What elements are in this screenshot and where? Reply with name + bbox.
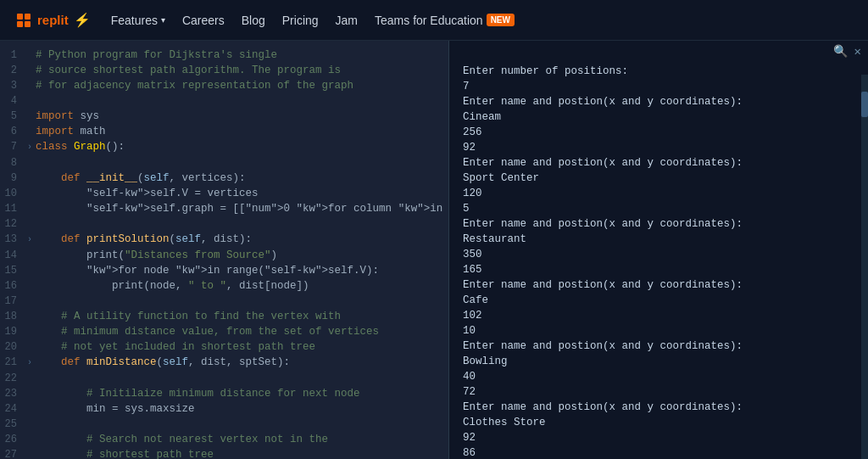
line-number: 25	[0, 417, 24, 432]
features-nav-item[interactable]: Features ▾	[111, 14, 165, 27]
line-code: def printSolution(self, dist):	[36, 232, 252, 247]
careers-link[interactable]: Careers	[182, 14, 225, 27]
line-code: def __init__(self, vertices):	[36, 171, 246, 186]
teams-label: Teams for Education	[375, 14, 483, 27]
line-number: 15	[0, 263, 24, 278]
blog-link[interactable]: Blog	[242, 14, 265, 27]
line-number: 23	[0, 386, 24, 401]
code-line: 13› def printSolution(self, dist):	[0, 232, 448, 248]
features-label: Features	[111, 14, 158, 27]
line-number: 9	[0, 171, 24, 186]
line-code: # not yet included in shortest path tree	[36, 339, 315, 355]
chevron-down-icon: ▾	[161, 15, 165, 25]
svg-rect-0	[17, 14, 23, 20]
code-line: 24 min = sys.maxsize	[0, 401, 448, 417]
line-number: 26	[0, 432, 24, 447]
navbar: replit ⚡ Features ▾ Careers Blog Pricing	[0, 0, 868, 41]
scrollbar[interactable]	[861, 75, 868, 459]
careers-nav-item[interactable]: Careers	[182, 14, 225, 27]
line-code: # minimum distance value, from the set o…	[36, 324, 379, 339]
line-code: min = sys.maxsize	[36, 401, 195, 417]
line-code: def minDistance(self, dist, sptSet):	[36, 355, 290, 370]
line-code: "kw">for node "kw">in range("self-kw">se…	[36, 263, 379, 278]
blog-label: Blog	[242, 14, 265, 27]
line-number: 12	[0, 216, 24, 232]
blog-nav-item[interactable]: Blog	[242, 14, 265, 27]
line-code: print("Distances from Source")	[36, 248, 277, 263]
line-number: 6	[0, 124, 24, 139]
pricing-nav-item[interactable]: Pricing	[282, 14, 319, 27]
line-number: 14	[0, 248, 24, 263]
logo[interactable]: replit ⚡	[14, 10, 91, 31]
line-code: print(node, " to ", dist[node])	[36, 278, 309, 294]
line-code: "self-kw">self.V = vertices	[36, 186, 259, 201]
line-code: # Python program for Dijkstra's single	[36, 48, 277, 63]
line-number: 17	[0, 294, 24, 309]
code-line: 27 # shortest path tree	[0, 447, 448, 459]
line-number: 18	[0, 309, 24, 324]
fold-indicator[interactable]: ›	[24, 355, 36, 371]
teams-nav-item[interactable]: Teams for Education NEW	[375, 14, 515, 27]
line-code: # shortest path tree	[36, 447, 214, 459]
code-line: 23 # Initilaize minimum distance for nex…	[0, 386, 448, 401]
new-badge: NEW	[487, 14, 515, 26]
close-icon[interactable]: ✕	[854, 44, 861, 59]
svg-rect-1	[25, 14, 31, 20]
logo-spark: ⚡	[74, 12, 91, 28]
line-code: # A utility function to find the vertex …	[36, 309, 341, 324]
fold-indicator[interactable]: ›	[24, 140, 36, 155]
code-line: 4	[0, 93, 448, 109]
code-line: 20 # not yet included in shortest path t…	[0, 339, 448, 355]
svg-rect-2	[17, 21, 23, 27]
line-number: 21	[0, 355, 24, 370]
line-code: import math	[36, 124, 106, 139]
line-code: "self-kw">self.graph = [["num">0 "kw">fo…	[36, 201, 448, 216]
code-line: 5import sys	[0, 109, 448, 124]
line-number: 22	[0, 371, 24, 386]
code-line: 9 def __init__(self, vertices):	[0, 171, 448, 186]
search-icon[interactable]: 🔍	[833, 44, 848, 59]
fold-indicator[interactable]: ›	[24, 232, 36, 248]
code-line: 22	[0, 371, 448, 386]
line-number: 1	[0, 48, 24, 63]
features-link[interactable]: Features ▾	[111, 14, 165, 27]
code-line: 25	[0, 417, 448, 432]
scroll-thumb[interactable]	[861, 92, 868, 117]
pricing-link[interactable]: Pricing	[282, 14, 319, 27]
code-line: 17	[0, 294, 448, 309]
code-line: 16 print(node, " to ", dist[node])	[0, 278, 448, 294]
line-number: 7	[0, 139, 24, 154]
code-line: 14 print("Distances from Source")	[0, 248, 448, 263]
line-code: # Initilaize minimum distance for next n…	[36, 386, 360, 401]
line-number: 24	[0, 401, 24, 417]
line-number: 5	[0, 109, 24, 124]
line-number: 13	[0, 232, 24, 247]
code-line: 15 "kw">for node "kw">in range("self-kw"…	[0, 263, 448, 278]
terminal-output: Enter number of positions: 7 Enter name …	[449, 62, 868, 459]
code-line: 8	[0, 155, 448, 171]
line-number: 27	[0, 447, 24, 459]
code-line: 3# for adjacency matrix representation o…	[0, 78, 448, 93]
jam-link[interactable]: Jam	[336, 14, 358, 27]
code-lines: 1# Python program for Dijkstra's single2…	[0, 41, 448, 459]
line-number: 2	[0, 63, 24, 78]
line-code: # for adjacency matrix representation of…	[36, 78, 353, 93]
teams-link[interactable]: Teams for Education NEW	[375, 14, 515, 27]
code-line: 19 # minimum distance value, from the se…	[0, 324, 448, 339]
code-line: 12	[0, 216, 448, 232]
main-content: 1# Python program for Dijkstra's single2…	[0, 41, 868, 459]
pricing-label: Pricing	[282, 14, 319, 27]
code-editor[interactable]: 1# Python program for Dijkstra's single2…	[0, 41, 449, 459]
line-code: # Search not nearest vertex not in the	[36, 432, 328, 447]
code-line: 18 # A utility function to find the vert…	[0, 309, 448, 324]
jam-nav-item[interactable]: Jam	[336, 14, 358, 27]
line-code: import sys	[36, 109, 99, 124]
line-code: class Graph():	[36, 139, 125, 154]
logo-text: replit	[37, 13, 69, 27]
code-line: 21› def minDistance(self, dist, sptSet):	[0, 355, 448, 371]
line-code: # source shortest path algorithm. The pr…	[36, 63, 341, 78]
code-line: 7›class Graph():	[0, 139, 448, 155]
code-line: 6import math	[0, 124, 448, 139]
line-number: 19	[0, 324, 24, 339]
code-line: 1# Python program for Dijkstra's single	[0, 48, 448, 63]
